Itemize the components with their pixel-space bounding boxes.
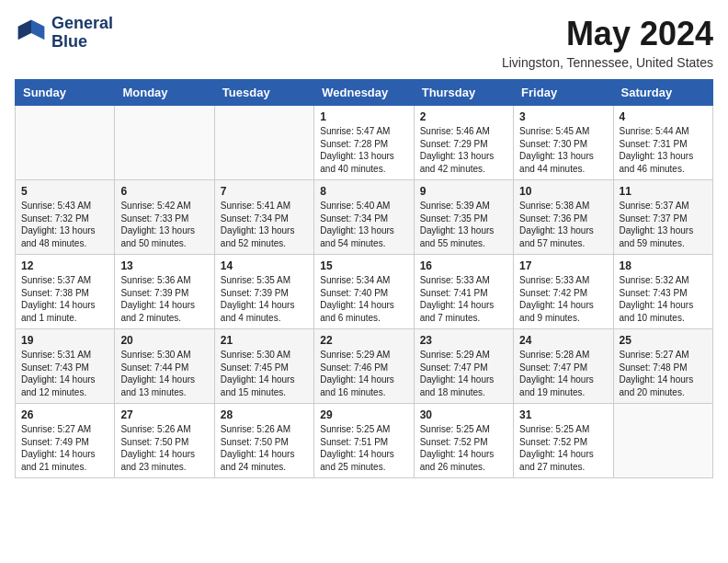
day-header-monday: Monday: [115, 80, 214, 106]
day-info: Sunrise: 5:42 AM Sunset: 7:33 PM Dayligh…: [120, 200, 208, 249]
day-info: Sunrise: 5:29 AM Sunset: 7:46 PM Dayligh…: [320, 349, 407, 398]
calendar-week-row: 12Sunrise: 5:37 AM Sunset: 7:38 PM Dayli…: [16, 255, 713, 329]
day-info: Sunrise: 5:44 AM Sunset: 7:31 PM Dayligh…: [620, 125, 707, 175]
calendar-cell: 5Sunrise: 5:43 AM Sunset: 7:32 PM Daylig…: [16, 180, 115, 255]
day-info: Sunrise: 5:27 AM Sunset: 7:49 PM Dayligh…: [21, 423, 108, 473]
day-number: 22: [320, 334, 407, 347]
logo-icon: [15, 17, 48, 50]
day-number: 5: [21, 185, 108, 198]
day-info: Sunrise: 5:41 AM Sunset: 7:34 PM Dayligh…: [221, 200, 308, 249]
day-header-tuesday: Tuesday: [214, 80, 313, 106]
calendar-cell: 6Sunrise: 5:42 AM Sunset: 7:33 PM Daylig…: [115, 180, 214, 255]
calendar-cell: [115, 106, 214, 180]
day-info: Sunrise: 5:46 AM Sunset: 7:29 PM Dayligh…: [420, 125, 507, 175]
day-number: 1: [320, 110, 407, 123]
calendar-cell: 18Sunrise: 5:32 AM Sunset: 7:43 PM Dayli…: [613, 255, 712, 329]
day-info: Sunrise: 5:45 AM Sunset: 7:30 PM Dayligh…: [519, 125, 607, 175]
day-info: Sunrise: 5:38 AM Sunset: 7:36 PM Dayligh…: [519, 200, 607, 249]
day-info: Sunrise: 5:27 AM Sunset: 7:48 PM Dayligh…: [620, 349, 707, 398]
calendar-cell: 30Sunrise: 5:25 AM Sunset: 7:52 PM Dayli…: [414, 404, 513, 478]
logo: General Blue: [15, 15, 113, 52]
day-number: 18: [620, 259, 707, 272]
day-header-thursday: Thursday: [414, 80, 513, 106]
calendar-cell: 19Sunrise: 5:31 AM Sunset: 7:43 PM Dayli…: [16, 329, 115, 404]
day-info: Sunrise: 5:37 AM Sunset: 7:38 PM Dayligh…: [21, 274, 108, 324]
day-number: 2: [420, 110, 507, 123]
day-info: Sunrise: 5:35 AM Sunset: 7:39 PM Dayligh…: [221, 274, 308, 324]
day-info: Sunrise: 5:25 AM Sunset: 7:51 PM Dayligh…: [320, 423, 407, 473]
day-number: 7: [221, 185, 308, 198]
calendar-cell: 16Sunrise: 5:33 AM Sunset: 7:41 PM Dayli…: [414, 255, 513, 329]
day-number: 16: [420, 259, 507, 272]
calendar-title: May 2024: [502, 15, 713, 53]
calendar-cell: [613, 404, 712, 478]
calendar-cell: 20Sunrise: 5:30 AM Sunset: 7:44 PM Dayli…: [115, 329, 214, 404]
day-number: 31: [519, 408, 607, 421]
calendar-week-row: 26Sunrise: 5:27 AM Sunset: 7:49 PM Dayli…: [16, 404, 713, 478]
day-number: 23: [420, 334, 507, 347]
day-number: 19: [21, 334, 108, 347]
day-number: 6: [120, 185, 208, 198]
day-info: Sunrise: 5:26 AM Sunset: 7:50 PM Dayligh…: [120, 423, 208, 473]
logo-text: General Blue: [51, 15, 113, 52]
day-number: 28: [221, 408, 308, 421]
calendar-header-row: SundayMondayTuesdayWednesdayThursdayFrid…: [16, 80, 713, 106]
day-info: Sunrise: 5:30 AM Sunset: 7:44 PM Dayligh…: [120, 349, 208, 398]
calendar-cell: 29Sunrise: 5:25 AM Sunset: 7:51 PM Dayli…: [314, 404, 414, 478]
day-number: 25: [620, 334, 707, 347]
calendar-cell: [16, 106, 115, 180]
calendar-cell: 2Sunrise: 5:46 AM Sunset: 7:29 PM Daylig…: [414, 106, 513, 180]
calendar-cell: 7Sunrise: 5:41 AM Sunset: 7:34 PM Daylig…: [214, 180, 313, 255]
day-header-saturday: Saturday: [613, 80, 712, 106]
calendar-cell: 13Sunrise: 5:36 AM Sunset: 7:39 PM Dayli…: [115, 255, 214, 329]
calendar-cell: 26Sunrise: 5:27 AM Sunset: 7:49 PM Dayli…: [16, 404, 115, 478]
day-header-friday: Friday: [514, 80, 613, 106]
day-number: 26: [21, 408, 108, 421]
calendar-week-row: 1Sunrise: 5:47 AM Sunset: 7:28 PM Daylig…: [16, 106, 713, 180]
calendar-cell: [214, 106, 313, 180]
day-info: Sunrise: 5:37 AM Sunset: 7:37 PM Dayligh…: [620, 200, 707, 249]
day-number: 30: [420, 408, 507, 421]
day-info: Sunrise: 5:39 AM Sunset: 7:35 PM Dayligh…: [420, 200, 507, 249]
day-info: Sunrise: 5:33 AM Sunset: 7:42 PM Dayligh…: [519, 274, 607, 324]
day-info: Sunrise: 5:29 AM Sunset: 7:47 PM Dayligh…: [420, 349, 507, 398]
calendar-subtitle: Livingston, Tennessee, United States: [502, 55, 713, 70]
day-info: Sunrise: 5:30 AM Sunset: 7:45 PM Dayligh…: [221, 349, 308, 398]
calendar-cell: 21Sunrise: 5:30 AM Sunset: 7:45 PM Dayli…: [214, 329, 313, 404]
day-number: 14: [221, 259, 308, 272]
day-number: 20: [120, 334, 208, 347]
calendar-cell: 28Sunrise: 5:26 AM Sunset: 7:50 PM Dayli…: [214, 404, 313, 478]
calendar-cell: 8Sunrise: 5:40 AM Sunset: 7:34 PM Daylig…: [314, 180, 414, 255]
day-number: 4: [620, 110, 707, 123]
title-block: May 2024 Livingston, Tennessee, United S…: [502, 15, 713, 70]
day-number: 27: [120, 408, 208, 421]
day-info: Sunrise: 5:25 AM Sunset: 7:52 PM Dayligh…: [519, 423, 607, 473]
day-number: 3: [519, 110, 607, 123]
day-number: 29: [320, 408, 407, 421]
calendar-cell: 17Sunrise: 5:33 AM Sunset: 7:42 PM Dayli…: [514, 255, 613, 329]
day-info: Sunrise: 5:25 AM Sunset: 7:52 PM Dayligh…: [420, 423, 507, 473]
day-number: 17: [519, 259, 607, 272]
day-number: 9: [420, 185, 507, 198]
day-number: 12: [21, 259, 108, 272]
calendar-cell: 27Sunrise: 5:26 AM Sunset: 7:50 PM Dayli…: [115, 404, 214, 478]
day-number: 15: [320, 259, 407, 272]
calendar-cell: 25Sunrise: 5:27 AM Sunset: 7:48 PM Dayli…: [613, 329, 712, 404]
calendar-cell: 22Sunrise: 5:29 AM Sunset: 7:46 PM Dayli…: [314, 329, 414, 404]
day-info: Sunrise: 5:32 AM Sunset: 7:43 PM Dayligh…: [620, 274, 707, 324]
calendar-cell: 23Sunrise: 5:29 AM Sunset: 7:47 PM Dayli…: [414, 329, 513, 404]
day-info: Sunrise: 5:31 AM Sunset: 7:43 PM Dayligh…: [21, 349, 108, 398]
day-info: Sunrise: 5:47 AM Sunset: 7:28 PM Dayligh…: [320, 125, 407, 175]
calendar-cell: 10Sunrise: 5:38 AM Sunset: 7:36 PM Dayli…: [514, 180, 613, 255]
day-header-wednesday: Wednesday: [314, 80, 414, 106]
day-info: Sunrise: 5:34 AM Sunset: 7:40 PM Dayligh…: [320, 274, 407, 324]
day-number: 8: [320, 185, 407, 198]
calendar-cell: 12Sunrise: 5:37 AM Sunset: 7:38 PM Dayli…: [16, 255, 115, 329]
day-number: 21: [221, 334, 308, 347]
day-number: 13: [120, 259, 208, 272]
page-header: General Blue May 2024 Livingston, Tennes…: [15, 15, 713, 70]
day-info: Sunrise: 5:36 AM Sunset: 7:39 PM Dayligh…: [120, 274, 208, 324]
calendar-table: SundayMondayTuesdayWednesdayThursdayFrid…: [15, 79, 713, 478]
calendar-cell: 9Sunrise: 5:39 AM Sunset: 7:35 PM Daylig…: [414, 180, 513, 255]
day-info: Sunrise: 5:28 AM Sunset: 7:47 PM Dayligh…: [519, 349, 607, 398]
